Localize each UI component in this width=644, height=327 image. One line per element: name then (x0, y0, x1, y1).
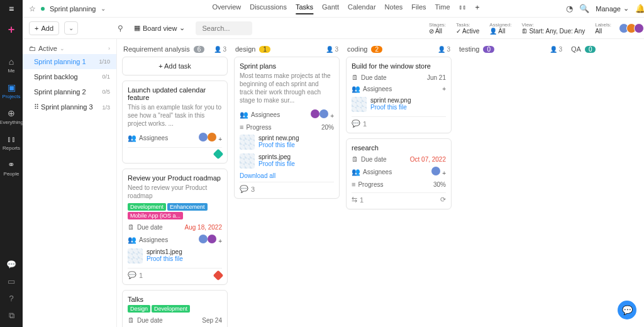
priority-icon (213, 149, 224, 160)
task-card[interactable]: Talks Design Development 🗓Due dateSep 24… (122, 290, 228, 327)
proof-link[interactable]: Proof this file (258, 141, 299, 148)
project-chevron-icon[interactable]: ⌄ (101, 5, 106, 12)
tab-calendar[interactable]: Calendar (348, 3, 376, 14)
manage-menu[interactable]: Manage⌄ (596, 4, 629, 13)
filter-tasks[interactable]: Tasks:✓ Active (456, 22, 479, 35)
chat-icon[interactable]: 💬 (6, 260, 16, 269)
filter-icon[interactable]: ⚲ (118, 24, 123, 33)
member-stack[interactable] (621, 23, 644, 33)
search-input[interactable] (196, 21, 252, 35)
filter-assigned[interactable]: Assigned:👤 All (489, 22, 511, 35)
column-title: testing (459, 45, 479, 53)
tab-overview[interactable]: Overview (212, 3, 241, 14)
column-assignees[interactable]: 👤3 (214, 46, 226, 53)
card-title: Launch updated calendar feature (128, 86, 222, 101)
nav-everything[interactable]: ⊕Everything (0, 108, 23, 125)
comment-icon[interactable]: 💬 (128, 271, 136, 279)
column-title: coding (347, 45, 367, 53)
task-card[interactable]: Review your Product roadmap Need to revi… (122, 169, 228, 285)
topbar: ☆ Sprint planning ⌄ Overview Discussions… (23, 0, 644, 18)
column-testing: testing0👤3 (458, 42, 564, 324)
tag[interactable]: Design (128, 305, 150, 313)
task-card[interactable]: Build for the window store 🗓Due dateJun … (346, 57, 452, 133)
filter-labels[interactable]: Labels:All (595, 22, 611, 35)
help-icon[interactable]: ? (9, 294, 13, 303)
file-attachment[interactable]: sprint new.pngProof this file (352, 95, 446, 114)
task-card[interactable]: research 🗓Due dateOct 07, 2022 👥Assignee… (346, 138, 452, 209)
proof-link[interactable]: Proof this file (258, 160, 295, 167)
folder-icon: ▣ (8, 82, 16, 92)
card-title: Talks (128, 296, 222, 303)
due-date: Sep 24 (202, 317, 222, 324)
sidebar-item-sprint-planning-3[interactable]: ⠿ Sprint planning 31/3 (23, 99, 116, 115)
sidebar-item-sprint-planning-1[interactable]: Sprint planning 11/10 (23, 54, 116, 69)
file-attachment[interactable]: sprints1.jpegProof this file (128, 247, 222, 265)
tag[interactable]: Development (128, 203, 166, 211)
tab-tasks[interactable]: Tasks (296, 3, 313, 14)
timer-icon[interactable]: ◔ (566, 4, 573, 13)
filter-stages[interactable]: Stages:⊘ All (429, 22, 446, 35)
task-card[interactable]: Launch updated calendar feature This is … (122, 80, 228, 164)
chevron-down-icon: ⌄ (60, 45, 65, 52)
sidebar-item-sprint-planning-2[interactable]: Sprint planning 20/5 (23, 84, 116, 99)
proof-link[interactable]: Proof this file (147, 255, 183, 262)
toolbar: + Add ⌄ ⚲ ▦Board view ⌄ Stages:⊘ All Tas… (23, 18, 644, 39)
tab-time[interactable]: Time (435, 3, 450, 14)
folder-active[interactable]: 🗀Active ⌄› (23, 43, 116, 54)
nav-me[interactable]: ⌂Me (8, 57, 14, 74)
tab-discussions[interactable]: Discussions (250, 3, 287, 14)
sidebar-item-sprint-backlog[interactable]: Sprint backlog0/1 (23, 69, 116, 84)
app-rail: ≡ + ⌂Me ▣Projects ⊕Everything ⫾⫾Reports … (0, 0, 23, 327)
column-count-badge: 0 (585, 46, 596, 53)
chat-fab[interactable]: 💬 (618, 301, 636, 319)
create-button[interactable]: + (4, 23, 18, 36)
file-attachment[interactable]: sprints.jpegProof this file (240, 152, 334, 170)
nav-projects[interactable]: ▣Projects (3, 82, 21, 99)
add-button[interactable]: + Add (29, 21, 59, 35)
people-icon: 👥 (352, 168, 360, 176)
tag[interactable]: Mobile App (iOS a... (128, 212, 183, 219)
proof-link[interactable]: Proof this file (370, 104, 411, 111)
column-assignees[interactable]: 👤3 (438, 46, 450, 53)
file-attachment[interactable]: sprint new.pngProof this file (240, 133, 334, 152)
card-title: Build for the window store (352, 62, 446, 70)
tab-gantt[interactable]: Gantt (322, 3, 339, 14)
tab-chart-icon[interactable]: ⫾⫾ (459, 3, 467, 14)
add-dropdown[interactable]: ⌄ (64, 21, 78, 35)
column-assignees[interactable]: 👤3 (550, 46, 562, 53)
star-icon[interactable]: ☆ (29, 4, 36, 13)
column-qa: QA0 (570, 42, 644, 324)
column-assignees[interactable]: 👤3 (326, 46, 338, 53)
calendar-icon: 🗓 (128, 316, 135, 324)
card-desc: Most teams make projects at the beginnin… (240, 72, 334, 104)
tab-files[interactable]: Files (411, 3, 426, 14)
task-card[interactable]: Sprint plans Most teams make projects at… (234, 57, 340, 199)
hamburger-icon[interactable]: ≡ (9, 4, 14, 14)
view-switcher[interactable]: ▦Board view ⌄ (130, 21, 189, 35)
card-icon[interactable]: ▭ (8, 277, 15, 286)
add-task-card[interactable]: + Add task (122, 57, 228, 75)
window-icon[interactable]: ⧉ (9, 311, 14, 321)
tag[interactable]: Enhancement (167, 203, 208, 211)
card-title: research (352, 144, 446, 152)
chart-icon: ⫾⫾ (7, 134, 16, 144)
download-all-link[interactable]: Download all (240, 172, 275, 179)
nav-reports[interactable]: ⫾⫾Reports (3, 134, 20, 151)
tab-notes[interactable]: Notes (385, 3, 403, 14)
filter-view[interactable]: View:🗓 Start: Any, Due: Any (521, 22, 585, 35)
progress-icon: ≡ (352, 180, 355, 188)
tag[interactable]: Development (152, 305, 190, 313)
search-icon[interactable]: 🔍 (579, 4, 589, 13)
nav-people[interactable]: ⚭People (4, 160, 19, 177)
project-title[interactable]: Sprint planning (50, 5, 96, 13)
thumbnail (128, 248, 143, 263)
column-count-badge: 1 (259, 46, 270, 53)
globe-icon: ⊕ (8, 108, 15, 118)
bell-icon[interactable]: 🔔 (635, 4, 644, 13)
subtask-icon[interactable]: ⇆ (352, 196, 357, 204)
repeat-icon[interactable]: ⟳ (440, 196, 446, 204)
chevron-right-icon[interactable]: › (108, 45, 110, 52)
comment-icon[interactable]: 💬 (240, 185, 248, 193)
comment-icon[interactable]: 💬 (352, 119, 360, 128)
tab-add-button[interactable]: + (475, 3, 480, 14)
